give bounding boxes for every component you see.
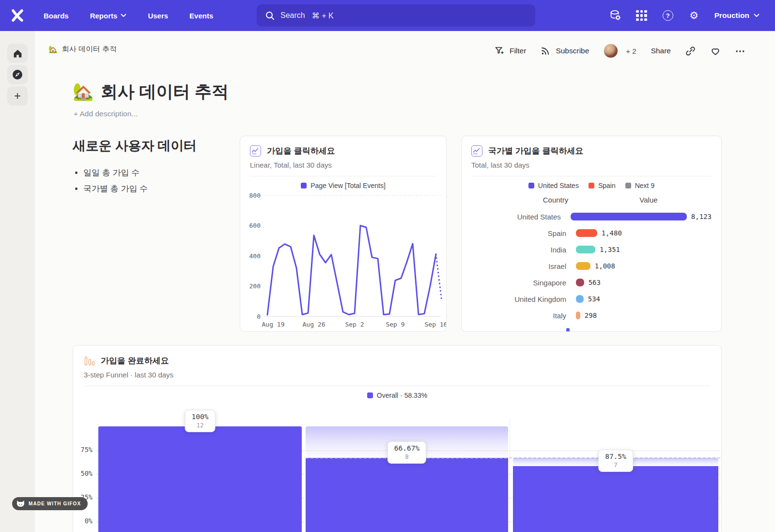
search-input[interactable]: Search ⌘ + K <box>257 4 535 27</box>
country-bar-card[interactable]: 국가별 가입을 클릭하세요 Total, last 30 days United… <box>461 136 722 332</box>
country-row[interactable]: United States8,123 <box>471 208 712 225</box>
database-gear-icon <box>609 9 622 22</box>
settings-button[interactable]: ⚙ <box>683 6 705 25</box>
breadcrumb[interactable]: 🏡 회사 데이터 추적 <box>48 45 117 54</box>
funnel-tooltip: 87.5%7 <box>598 450 633 472</box>
country-value: 298 <box>585 312 597 319</box>
line-chart-icon <box>250 145 261 156</box>
nav-item-label: Reports <box>90 12 118 20</box>
nav-item-users[interactable]: Users <box>139 7 177 25</box>
nav-item-label: Boards <box>44 12 69 20</box>
copy-link-button[interactable] <box>685 46 696 56</box>
country-label: Italy <box>471 312 566 320</box>
page-title[interactable]: 🏡 회사 데이터 추적 <box>73 80 229 103</box>
primary-nav: Boards Reports Users Events <box>35 7 222 25</box>
explore-button[interactable] <box>7 65 28 84</box>
x-axis-tick: Sep 9 <box>386 321 404 328</box>
ellipsis-icon: ⋯ <box>735 45 746 57</box>
list-item: 일일 총 가입 수 <box>83 167 237 178</box>
chevron-down-icon <box>121 14 126 17</box>
funnel-bar-step-3[interactable] <box>513 466 718 532</box>
divider <box>250 176 436 176</box>
subscribe-button[interactable]: Subscribe <box>541 46 589 56</box>
y-axis-tick: 0 <box>257 313 261 320</box>
data-management-button[interactable] <box>605 6 626 25</box>
country-label: United States <box>471 213 561 221</box>
share-button[interactable]: Share <box>651 47 671 55</box>
collaborator-count: + 2 <box>626 47 636 55</box>
country-row[interactable]: United Kingdom534 <box>471 291 712 307</box>
gifox-label: MADE WITH GIFOX <box>29 501 81 506</box>
nav-item-reports[interactable]: Reports <box>81 7 136 25</box>
collaborators[interactable]: + 2 <box>604 44 636 58</box>
compass-icon <box>12 69 23 80</box>
tooltip-count: 7 <box>605 461 626 469</box>
avatar <box>604 44 618 58</box>
tooltip-conversion: 66.67% <box>394 444 419 452</box>
funnel-chart-card[interactable]: 가입을 완료하세요 3-step Funnel · last 30 days O… <box>73 345 722 532</box>
country-row[interactable]: Singapore563 <box>471 274 712 291</box>
gear-icon: ⚙ <box>689 11 698 21</box>
tooltip-count: 12 <box>192 422 209 429</box>
country-value: 1,008 <box>595 262 615 270</box>
project-name: Prouction <box>714 11 749 20</box>
line-chart-icon <box>471 145 482 156</box>
tooltip-count: 8 <box>394 453 419 460</box>
nav-item-label: Events <box>189 12 213 20</box>
project-switcher[interactable]: Prouction <box>710 7 764 24</box>
gifox-watermark: MADE WITH GIFOX <box>12 497 88 510</box>
tooltip-conversion: 87.5% <box>605 453 626 460</box>
apps-grid-button[interactable] <box>631 6 652 25</box>
add-board-button[interactable]: + <box>7 86 28 106</box>
share-label: Share <box>651 47 671 55</box>
legend-item[interactable]: Spain <box>589 182 616 189</box>
y-axis-tick: 75% <box>73 446 93 454</box>
funnel-plot: 75%50%25%0%100%1266.67%887.5%7 <box>73 345 721 532</box>
legend-item[interactable]: Next 9 <box>625 182 654 189</box>
nav-item-label: Users <box>148 12 168 20</box>
card-subtitle: Linear, Total, last 30 days <box>250 161 436 169</box>
y-axis-tick: 800 <box>249 192 261 199</box>
funnel-bar-step-1[interactable] <box>98 426 302 532</box>
legend-swatch <box>589 183 594 188</box>
page-title-emoji: 🏡 <box>73 82 94 102</box>
country-value: 8,123 <box>691 213 712 220</box>
funnel-tooltip: 100%12 <box>185 410 216 432</box>
favorite-button[interactable] <box>710 46 721 56</box>
mixpanel-logo[interactable] <box>0 7 35 24</box>
card-title: 가입을 클릭하세요 <box>267 145 335 156</box>
country-row[interactable]: Spain1,480 <box>471 225 712 241</box>
series-line <box>267 226 436 315</box>
nav-item-events[interactable]: Events <box>181 7 222 25</box>
fox-icon <box>16 500 25 507</box>
heart-icon <box>710 46 721 56</box>
text-widget[interactable]: 새로운 사용자 데이터 일일 총 가입 수 국가별 총 가입 수 <box>73 137 237 199</box>
more-options-button[interactable]: ⋯ <box>735 45 746 57</box>
funnel-tooltip: 66.67%8 <box>388 441 426 464</box>
mixpanel-logo-icon <box>9 7 26 24</box>
country-row[interactable]: Israel1,008 <box>471 258 712 274</box>
home-icon <box>13 48 23 59</box>
funnel-bar-step-2[interactable] <box>306 458 508 532</box>
country-label: Singapore <box>471 279 566 287</box>
help-button[interactable]: ? <box>657 6 679 25</box>
legend-swatch <box>625 183 631 188</box>
nav-item-boards[interactable]: Boards <box>35 7 78 25</box>
page-title-text: 회사 데이터 추적 <box>101 80 229 103</box>
search-placeholder: Search <box>280 11 305 20</box>
x-axis-tick: Aug 19 <box>262 321 285 328</box>
country-label: Spain <box>471 229 566 237</box>
card-header: 가입을 클릭하세요 Linear, Total, last 30 days Pa… <box>240 136 446 189</box>
legend-item[interactable]: United States <box>528 182 579 189</box>
search-shortcut: ⌘ + K <box>312 11 334 20</box>
top-navbar: Boards Reports Users Events Search ⌘ + K <box>0 0 775 31</box>
text-widget-heading: 새로운 사용자 데이터 <box>73 137 237 155</box>
home-button[interactable] <box>7 44 28 63</box>
add-description-button[interactable]: + Add description... <box>74 110 138 118</box>
country-row[interactable]: India1,351 <box>471 241 712 258</box>
country-bar <box>576 229 597 237</box>
filter-button[interactable]: Filter <box>495 46 526 56</box>
country-bar <box>576 262 590 270</box>
country-row[interactable]: Italy298 <box>471 307 712 324</box>
line-chart-card[interactable]: 가입을 클릭하세요 Linear, Total, last 30 days Pa… <box>240 136 447 332</box>
